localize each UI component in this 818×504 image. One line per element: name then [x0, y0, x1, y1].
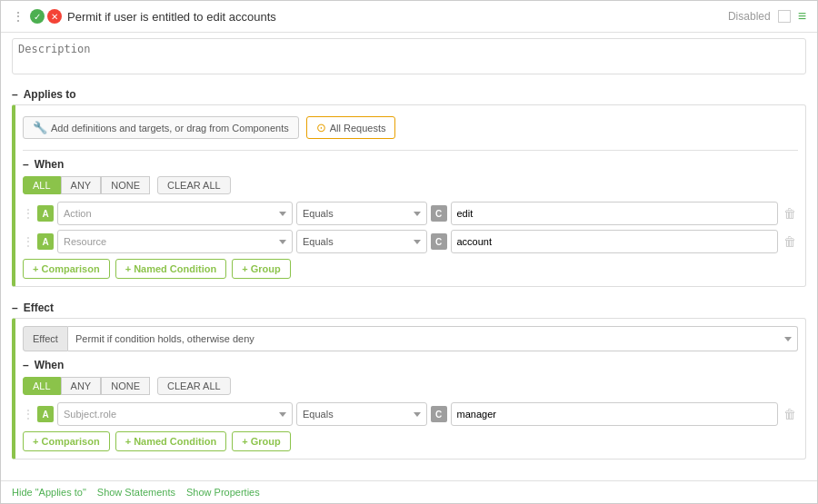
clear-all-button[interactable]: CLEAR ALL — [157, 176, 231, 194]
filter-buttons: ALL ANY NONE CLEAR ALL — [23, 176, 798, 194]
c-badge-2: C — [431, 233, 447, 250]
applies-divider — [23, 150, 798, 151]
effect-when-title: When — [35, 359, 65, 371]
condition-row: ⋮ A Resource Equals C 🗑 — [23, 230, 798, 253]
delete-condition-2-button[interactable]: 🗑 — [782, 232, 798, 251]
effect-condition-field-select[interactable]: Subject.role — [57, 402, 293, 426]
x-icon[interactable]: ✕ — [47, 9, 62, 24]
applies-buttons: 🔧 Add definitions and targets, or drag f… — [23, 113, 798, 143]
effect-c-badge: C — [431, 406, 447, 422]
when-toggle[interactable]: – — [23, 158, 29, 171]
condition-value-input-1[interactable] — [451, 202, 779, 225]
add-definitions-button[interactable]: 🔧 Add definitions and targets, or drag f… — [23, 116, 299, 139]
applies-to-body: 🔧 Add definitions and targets, or drag f… — [12, 104, 806, 287]
all-requests-label: All Requests — [330, 123, 386, 133]
condition-row: ⋮ A Action Equals C 🗑 — [23, 202, 798, 225]
effect-field-row: Effect Permit if condition holds, otherw… — [23, 326, 798, 351]
main-container: ⋮ ✓ ✕ Permit if user is entitled to edit… — [0, 0, 818, 504]
condition-field-select-1[interactable]: Action — [57, 202, 293, 225]
effect-filter-any-button[interactable]: ANY — [61, 377, 102, 395]
header-right: Disabled ≡ — [728, 8, 806, 25]
header: ⋮ ✓ ✕ Permit if user is entitled to edit… — [1, 1, 817, 33]
effect-clear-all-button[interactable]: CLEAR ALL — [157, 377, 231, 395]
delete-condition-1-button[interactable]: 🗑 — [782, 204, 798, 222]
disabled-label: Disabled — [728, 10, 771, 23]
condition-op-select-1[interactable]: Equals — [296, 202, 427, 225]
when-title: When — [35, 158, 65, 171]
effect-body: Effect Permit if condition holds, otherw… — [12, 318, 806, 460]
effect-add-comparison-button[interactable]: + Comparison — [23, 431, 110, 451]
applies-to-title: Applies to — [24, 88, 76, 101]
row-drag-icon[interactable]: ⋮ — [23, 235, 34, 248]
page-title: Permit if user is entitled to edit accou… — [67, 10, 276, 24]
condition-field-select-2[interactable]: Resource — [57, 230, 293, 253]
effect-condition-value-input[interactable] — [451, 402, 779, 426]
effect-add-buttons: + Comparison + Named Condition + Group — [23, 431, 798, 451]
description-input[interactable] — [12, 38, 806, 74]
header-left: ⋮ ✓ ✕ Permit if user is entitled to edit… — [12, 9, 728, 24]
description-area — [1, 33, 817, 83]
add-definitions-label: Add definitions and targets, or drag fro… — [51, 123, 289, 133]
add-definitions-icon: 🔧 — [33, 121, 47, 134]
status-icons: ✓ ✕ — [30, 9, 62, 24]
effect-filter-all-button[interactable]: ALL — [23, 377, 61, 395]
row-drag-icon[interactable]: ⋮ — [23, 207, 34, 220]
row-badge-a: A — [37, 233, 54, 250]
filter-all-button[interactable]: ALL — [23, 176, 61, 194]
add-comparison-button[interactable]: + Comparison — [23, 259, 110, 279]
show-properties-link[interactable]: Show Properties — [186, 487, 260, 498]
add-named-condition-button[interactable]: + Named Condition — [115, 259, 227, 279]
when-header: – When — [23, 158, 798, 171]
drag-icon[interactable]: ⋮ — [12, 9, 25, 24]
condition-op-select-2[interactable]: Equals — [296, 230, 427, 253]
all-requests-icon: ⊙ — [316, 121, 326, 134]
content-area: – Applies to 🔧 Add definitions and targe… — [1, 83, 817, 480]
applies-to-toggle: – — [12, 88, 18, 101]
effect-condition-row: ⋮ A Subject.role Equals C 🗑 — [23, 402, 798, 426]
effect-when-toggle[interactable]: – — [23, 359, 29, 371]
effect-header[interactable]: – Effect — [12, 296, 806, 318]
footer: Hide "Applies to" Show Statements Show P… — [1, 480, 817, 503]
all-requests-button[interactable]: ⊙ All Requests — [306, 116, 396, 139]
row-badge-a: A — [37, 205, 54, 222]
filter-none-button[interactable]: NONE — [101, 176, 150, 194]
applies-to-header[interactable]: – Applies to — [12, 83, 806, 104]
c-badge-1: C — [431, 205, 447, 222]
effect-add-group-button[interactable]: + Group — [232, 431, 290, 451]
condition-value-input-2[interactable] — [451, 230, 779, 253]
effect-row-drag-icon[interactable]: ⋮ — [23, 408, 34, 420]
effect-condition-op-select[interactable]: Equals — [296, 402, 427, 426]
filter-any-button[interactable]: ANY — [61, 176, 102, 194]
effect-when-header: – When — [23, 359, 798, 371]
disabled-checkbox[interactable] — [778, 10, 791, 23]
effect-select[interactable]: Permit if condition holds, otherwise den… — [68, 326, 798, 351]
effect-title: Effect — [24, 301, 54, 314]
effect-section: – Effect Effect Permit if condition hold… — [12, 296, 806, 460]
menu-icon[interactable]: ≡ — [798, 8, 806, 25]
effect-label: Effect — [23, 326, 68, 351]
add-group-button[interactable]: + Group — [232, 259, 290, 279]
effect-delete-condition-button[interactable]: 🗑 — [782, 405, 798, 423]
when-add-buttons: + Comparison + Named Condition + Group — [23, 259, 798, 279]
effect-filter-buttons: ALL ANY NONE CLEAR ALL — [23, 377, 798, 395]
effect-toggle: – — [12, 301, 18, 314]
applies-to-section: – Applies to 🔧 Add definitions and targe… — [12, 83, 806, 287]
effect-row-badge-a: A — [37, 406, 54, 422]
effect-add-named-condition-button[interactable]: + Named Condition — [115, 431, 227, 451]
show-statements-link[interactable]: Show Statements — [97, 487, 175, 498]
check-icon[interactable]: ✓ — [30, 9, 45, 24]
hide-applies-to-link[interactable]: Hide "Applies to" — [12, 487, 86, 498]
effect-filter-none-button[interactable]: NONE — [101, 377, 150, 395]
